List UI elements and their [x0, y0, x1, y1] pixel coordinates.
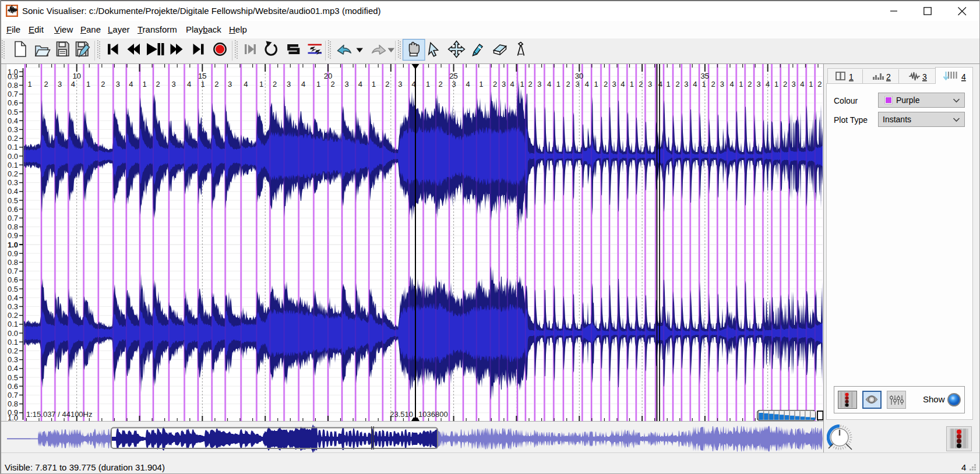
svg-text:4: 4: [244, 80, 248, 89]
svg-text:2: 2: [711, 80, 715, 89]
svg-text:2: 2: [566, 80, 570, 89]
svg-text:2: 2: [44, 80, 48, 89]
svg-text:2: 2: [156, 80, 160, 89]
svg-text:1: 1: [520, 80, 524, 89]
svg-text:2: 2: [273, 80, 277, 89]
svg-text:4: 4: [129, 80, 133, 89]
svg-text:10: 10: [72, 72, 80, 80]
svg-text:4: 4: [961, 72, 966, 82]
svg-text:3: 3: [792, 80, 796, 89]
svg-text:1: 1: [556, 80, 560, 89]
svg-text:1: 1: [259, 80, 263, 89]
svg-text:3: 3: [287, 80, 291, 89]
svg-text:3: 3: [612, 80, 616, 89]
svg-text:1: 1: [667, 80, 671, 89]
svg-text:3: 3: [452, 80, 456, 89]
svg-text:2: 2: [331, 80, 335, 89]
svg-text:1: 1: [849, 72, 854, 82]
svg-text:1: 1: [200, 80, 205, 89]
svg-text:3: 3: [398, 80, 402, 89]
svg-text:4: 4: [658, 80, 662, 89]
svg-text:4: 4: [800, 80, 804, 89]
svg-text:1: 1: [479, 80, 483, 89]
svg-text:1:15.037 / 44100Hz: 1:15.037 / 44100Hz: [26, 410, 92, 419]
svg-text:4: 4: [466, 80, 470, 89]
svg-text:2: 2: [783, 80, 787, 89]
svg-text:3: 3: [345, 80, 349, 89]
svg-text:3: 3: [228, 80, 232, 89]
svg-text:4: 4: [547, 80, 551, 89]
svg-text:1036800: 1036800: [418, 410, 448, 419]
svg-text:4: 4: [358, 80, 362, 89]
svg-text:4: 4: [766, 80, 770, 89]
svg-text:3: 3: [537, 80, 541, 89]
svg-text:2: 2: [493, 80, 497, 89]
svg-text:2: 2: [748, 80, 752, 89]
svg-text:2: 2: [639, 80, 643, 89]
svg-text:3: 3: [757, 80, 761, 89]
svg-text:1: 1: [316, 80, 320, 89]
svg-text:2: 2: [817, 80, 822, 89]
svg-text:1: 1: [739, 80, 743, 89]
svg-text:3: 3: [576, 80, 580, 89]
svg-text:1: 1: [143, 80, 147, 89]
svg-text:3: 3: [720, 80, 724, 89]
svg-text:1: 1: [372, 80, 376, 89]
svg-text:1: 1: [28, 80, 32, 89]
svg-text:15: 15: [198, 72, 206, 80]
svg-text:3: 3: [922, 72, 927, 82]
svg-text:25: 25: [449, 72, 457, 80]
svg-text:1: 1: [594, 80, 598, 89]
svg-text:4: 4: [187, 80, 191, 89]
svg-text:4: 4: [621, 80, 625, 89]
svg-text:2: 2: [528, 80, 532, 89]
svg-text:3: 3: [58, 80, 62, 89]
svg-text:30: 30: [575, 72, 583, 80]
svg-text:4: 4: [693, 80, 697, 89]
svg-text:2: 2: [676, 80, 680, 89]
svg-text:3: 3: [648, 80, 652, 89]
svg-text:2: 2: [101, 80, 105, 89]
svg-text:2: 2: [214, 80, 218, 89]
svg-text:1: 1: [774, 80, 778, 89]
svg-text:23.510: 23.510: [390, 410, 413, 419]
svg-text:20: 20: [324, 72, 332, 80]
svg-text:1: 1: [702, 80, 706, 89]
svg-text:3: 3: [502, 80, 506, 89]
svg-text:3: 3: [684, 80, 688, 89]
svg-text:1: 1: [426, 80, 430, 89]
svg-text:1: 1: [809, 80, 813, 89]
svg-text:4: 4: [729, 80, 734, 89]
svg-text:2: 2: [604, 80, 608, 89]
svg-text:4: 4: [301, 80, 305, 89]
svg-text:4: 4: [71, 80, 75, 89]
svg-text:1: 1: [86, 80, 90, 89]
svg-text:2: 2: [385, 80, 389, 89]
svg-text:2: 2: [886, 72, 891, 82]
svg-text:3: 3: [116, 80, 120, 89]
svg-text:35: 35: [700, 72, 708, 80]
svg-text:1: 1: [630, 80, 634, 89]
svg-text:2: 2: [439, 80, 443, 89]
svg-text:3: 3: [171, 80, 175, 89]
svg-text:4: 4: [510, 80, 514, 89]
svg-text:4: 4: [585, 80, 589, 89]
